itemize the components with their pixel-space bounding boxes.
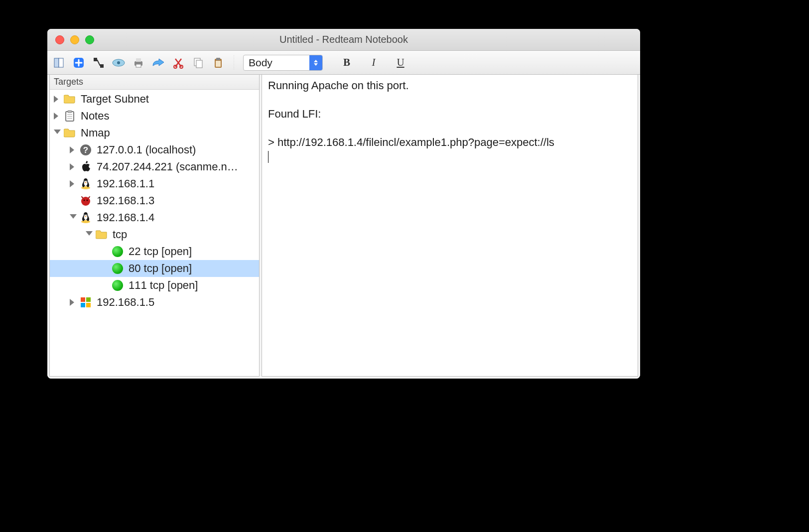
tree-item[interactable]: ?127.0.0.1 (localhost) [50, 141, 259, 158]
windows-icon [80, 296, 92, 308]
svg-rect-9 [136, 64, 141, 67]
tree-item-label: 74.207.244.221 (scanme.n… [97, 160, 238, 173]
disclosure-triangle-icon[interactable] [70, 299, 77, 306]
network-icon[interactable] [92, 56, 105, 69]
traffic-lights [47, 35, 94, 44]
tree-item-label: Notes [81, 110, 109, 123]
svg-rect-0 [54, 58, 59, 67]
tree-item-label: 192.168.1.1 [97, 177, 154, 190]
targets-tree[interactable]: Target SubnetNotesNmap?127.0.0.1 (localh… [50, 90, 259, 376]
svg-rect-13 [196, 60, 202, 68]
svg-rect-15 [216, 58, 220, 60]
tree-item[interactable]: Notes [50, 108, 259, 125]
disclosure-spacer [102, 265, 109, 272]
svg-point-6 [117, 61, 120, 64]
disclosure-triangle-icon[interactable] [70, 214, 77, 221]
svg-rect-40 [81, 297, 85, 302]
svg-rect-4 [100, 64, 104, 68]
print-icon[interactable] [132, 56, 145, 69]
tree-item-label: tcp [113, 228, 127, 241]
svg-point-29 [86, 181, 87, 182]
content-area: Targets Target SubnetNotesNmap?127.0.0.1… [47, 75, 640, 379]
disclosure-spacer [102, 282, 109, 289]
tree-item[interactable]: 22 tcp [open] [50, 243, 259, 260]
tree-item-label: 127.0.0.1 (localhost) [97, 143, 196, 156]
view-icon[interactable] [112, 56, 125, 69]
new-document-icon[interactable] [52, 56, 65, 69]
linux-icon [80, 178, 92, 190]
folder-icon [64, 127, 76, 139]
app-window: Untitled - Redteam Notebook [47, 29, 640, 379]
folder-icon [96, 229, 108, 241]
svg-point-24 [81, 186, 90, 189]
linux-icon [80, 212, 92, 224]
sidebar-header: Targets [50, 75, 259, 90]
close-window-button[interactable] [55, 35, 64, 44]
italic-button[interactable]: I [367, 56, 381, 69]
cut-icon[interactable] [172, 56, 185, 69]
tree-item-label: 22 tcp [open] [129, 245, 192, 258]
paste-icon[interactable] [212, 56, 225, 69]
paragraph-style-select[interactable]: Body [243, 55, 323, 71]
tree-item[interactable]: tcp [50, 226, 259, 243]
add-icon[interactable] [72, 56, 85, 69]
port-icon [112, 279, 124, 291]
text-cursor [268, 151, 269, 163]
tree-item[interactable]: 192.168.1.1 [50, 175, 259, 192]
tree-item[interactable]: Target Subnet [50, 91, 259, 108]
tree-item[interactable]: 111 tcp [open] [50, 277, 259, 294]
tree-item[interactable]: 192.168.1.5 [50, 294, 259, 311]
window-title: Untitled - Redteam Notebook [47, 34, 640, 45]
tree-item-label: 111 tcp [open] [129, 279, 198, 292]
svg-point-28 [85, 181, 85, 182]
tree-item-label: 80 tcp [open] [129, 262, 192, 275]
toolbar-separator [234, 55, 234, 70]
tree-item[interactable]: 192.168.1.3 [50, 192, 259, 209]
tree-item-label: 192.168.1.4 [97, 211, 154, 224]
share-icon[interactable] [152, 56, 165, 69]
svg-rect-1 [59, 58, 63, 67]
copy-icon[interactable] [192, 56, 205, 69]
question-icon: ? [80, 144, 92, 156]
titlebar[interactable]: Untitled - Redteam Notebook [47, 29, 640, 51]
folder-icon [64, 93, 76, 105]
port-icon [112, 246, 124, 258]
minimize-window-button[interactable] [70, 35, 79, 44]
editor-line: Found LFI: [268, 108, 321, 120]
freebsd-icon [80, 195, 92, 207]
svg-point-39 [86, 215, 87, 216]
zoom-window-button[interactable] [85, 35, 94, 44]
paragraph-style-label: Body [244, 57, 309, 69]
svg-rect-3 [94, 58, 97, 61]
svg-point-33 [87, 200, 88, 201]
disclosure-triangle-icon[interactable] [70, 163, 77, 170]
disclosure-triangle-icon[interactable] [54, 113, 61, 120]
tree-item[interactable]: 74.207.244.221 (scanme.n… [50, 158, 259, 175]
disclosure-spacer [70, 197, 77, 204]
svg-point-32 [84, 200, 85, 201]
svg-rect-8 [136, 58, 141, 62]
underline-button[interactable]: U [394, 56, 407, 69]
disclosure-triangle-icon[interactable] [54, 96, 61, 103]
port-icon [112, 263, 124, 274]
editor-line: Running Apache on this port. [268, 79, 409, 92]
tree-item[interactable]: 192.168.1.4 [50, 209, 259, 226]
clipboard-icon [64, 110, 76, 122]
disclosure-triangle-icon[interactable] [70, 146, 77, 153]
tree-item-label: Nmap [81, 127, 110, 139]
tree-item[interactable]: Nmap [50, 125, 259, 141]
note-editor[interactable]: Running Apache on this port. Found LFI: … [262, 75, 638, 377]
tree-item-label: 192.168.1.3 [97, 194, 154, 207]
svg-text:?: ? [83, 145, 88, 155]
sidebar: Targets Target SubnetNotesNmap?127.0.0.1… [49, 75, 260, 377]
bold-button[interactable]: B [340, 56, 354, 69]
svg-rect-43 [86, 303, 91, 307]
tree-item-label: 192.168.1.5 [97, 296, 154, 309]
apple-icon [80, 161, 92, 173]
svg-rect-42 [81, 303, 85, 307]
disclosure-triangle-icon[interactable] [86, 231, 93, 238]
editor-line: > http://192.168.1.4/fileincl/example1.p… [268, 136, 554, 148]
tree-item[interactable]: 80 tcp [open] [50, 260, 259, 277]
disclosure-triangle-icon[interactable] [70, 180, 77, 187]
disclosure-triangle-icon[interactable] [54, 130, 61, 136]
